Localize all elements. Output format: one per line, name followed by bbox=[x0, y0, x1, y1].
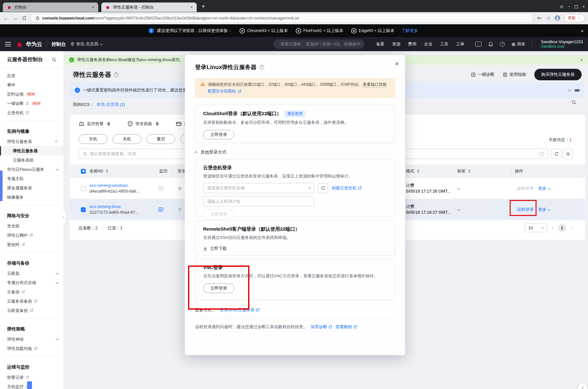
right-panel-collapse-handle[interactable] bbox=[578, 383, 587, 389]
sidebar-item-overview[interactable]: 总览 bbox=[0, 71, 64, 80]
sidebar-item-bastion-host[interactable]: 云堡垒机 bbox=[0, 108, 64, 117]
sidebar-item-server-groups[interactable]: 云服务器组 bbox=[0, 155, 64, 165]
notification-bell-icon[interactable] bbox=[488, 42, 493, 47]
sidebar-collapse-handle[interactable] bbox=[62, 210, 66, 224]
stat-security-risks[interactable]: 安全风险0 bbox=[127, 121, 159, 127]
sort-icon[interactable] bbox=[468, 169, 471, 173]
sidebar-item-server-backup[interactable]: 云服务器备份 bbox=[0, 297, 64, 306]
profile-avatar-icon[interactable] bbox=[554, 15, 561, 21]
nav-item-enterprise[interactable]: 企业 bbox=[424, 41, 432, 47]
back-icon[interactable]: ← bbox=[3, 15, 9, 21]
banner-toggle-icon[interactable] bbox=[575, 89, 580, 91]
modal-help-icon[interactable]: ? bbox=[259, 65, 264, 70]
column-tag[interactable]: 标签 bbox=[457, 164, 471, 178]
sidebar-item-dss[interactable]: 专属分布式存储 bbox=[0, 278, 64, 287]
learn-more-link[interactable]: 了解更多 bbox=[402, 28, 418, 34]
stop-button[interactable]: 关机 bbox=[113, 134, 141, 144]
bookmark-star-icon[interactable]: ☆ bbox=[546, 15, 551, 21]
sidebar-item-cbr[interactable]: 云备份 bbox=[0, 287, 64, 297]
configure-sg-rules-link[interactable]: 配置安全组规则 bbox=[208, 88, 236, 94]
row-checkbox[interactable]: ✓ bbox=[81, 207, 86, 212]
one-click-diagnosis-button[interactable]: 一键诊断 bbox=[471, 72, 494, 77]
more-actions-link[interactable]: 更多 bbox=[538, 186, 550, 191]
sidebar-item-image-service[interactable]: 镜像服务 bbox=[0, 193, 64, 202]
sidebar-item-one-click-diagnosis[interactable]: 一键诊断NEW bbox=[0, 99, 64, 108]
hamburger-menu-icon[interactable] bbox=[5, 42, 11, 46]
region-count-link[interactable]: 华北-北京四 (2) bbox=[97, 102, 125, 107]
failure-info-link[interactable]: 失败信息：1 bbox=[549, 137, 572, 143]
sidebar-item-security-groups[interactable]: 安全组 bbox=[0, 221, 64, 231]
sidebar-item-evs[interactable]: 云硬盘 bbox=[0, 269, 64, 278]
browser-tab-2[interactable]: 弹性云服务器 - 控制台 × bbox=[101, 2, 197, 12]
bastion-refresh-button[interactable] bbox=[318, 183, 328, 193]
sidebar-item-ecs[interactable]: 弹性云服务器 bbox=[0, 146, 64, 155]
console-title[interactable]: 控制台 bbox=[51, 41, 66, 47]
tab-close-icon[interactable]: × bbox=[92, 5, 94, 10]
monitor-chart-icon[interactable] bbox=[158, 186, 163, 191]
search-help-icon[interactable]: ? bbox=[539, 152, 544, 156]
browser-profile-icon[interactable]: ⊙ bbox=[560, 4, 563, 9]
prev-page-icon[interactable]: ‹ bbox=[552, 225, 553, 231]
user-guide-button[interactable]: 使用指南 bbox=[503, 72, 526, 77]
sort-icon[interactable] bbox=[417, 169, 419, 173]
account-menu[interactable]: Sandbox-Voyager1153 Sandbox-user bbox=[541, 39, 583, 49]
sidebar-item-elb[interactable]: 弹性负载均衡 bbox=[0, 344, 64, 353]
tab-close-icon[interactable]: × bbox=[190, 5, 193, 10]
select-all-checkbox[interactable] bbox=[81, 169, 86, 174]
sidebar-item-events[interactable]: 事件 bbox=[0, 80, 64, 90]
new-tab-button[interactable]: + bbox=[201, 3, 205, 10]
sidebar-item-dedicated-host[interactable]: 专属主机 bbox=[0, 174, 64, 183]
port-feature-link[interactable]: 查看端口功能 bbox=[363, 82, 387, 87]
sort-icon[interactable] bbox=[106, 169, 108, 173]
huawei-cloud-logo[interactable]: 华为云 bbox=[15, 40, 42, 48]
security-shield-icon[interactable] bbox=[177, 186, 182, 191]
suggestion-close-icon[interactable]: × bbox=[581, 28, 584, 34]
bastion-login-button[interactable]: 立即登录 bbox=[203, 210, 234, 219]
table-settings-gear-icon[interactable] bbox=[563, 149, 573, 159]
cloudshell-login-button[interactable]: 立即登录 bbox=[203, 130, 234, 139]
column-name-id[interactable]: 名称/ID bbox=[90, 164, 108, 178]
address-bar[interactable]: console.huaweicloud.com/ecm/?agencyId=09… bbox=[31, 14, 533, 23]
browser-tab-1[interactable]: 控制台 × bbox=[3, 2, 98, 12]
global-search-input[interactable]: 搜索云服务、资源(IP / 名称 / ID)、快捷操作... bbox=[273, 39, 365, 49]
security-shield-icon[interactable] bbox=[177, 207, 182, 212]
sidebar-item-flexus[interactable]: 华为云Flexus云服务 bbox=[0, 165, 64, 174]
restart-button[interactable]: 重启 bbox=[146, 134, 175, 144]
page-size-select[interactable]: 10 bbox=[525, 223, 547, 232]
window-close-button[interactable]: × bbox=[582, 4, 585, 9]
help-icon[interactable]: ? bbox=[500, 42, 505, 47]
more-actions-link[interactable]: 更多 bbox=[538, 207, 550, 212]
current-page[interactable]: 1 bbox=[558, 224, 566, 232]
sidebar-item-eip[interactable]: 弹性公网IP bbox=[0, 231, 64, 240]
banner-chevron-down-icon[interactable] bbox=[568, 88, 571, 91]
region-selector[interactable]: 华北-北京四 bbox=[70, 41, 102, 47]
browser-menu-icon[interactable]: ⋮ bbox=[577, 16, 581, 20]
password-key-icon[interactable] bbox=[537, 15, 542, 21]
nav-item-tickets[interactable]: 工单 bbox=[456, 41, 464, 47]
other-login-methods-toggle[interactable]: 其他登录方式 bbox=[195, 149, 395, 155]
sidebar-item-key-pairs[interactable]: 密钥对 bbox=[0, 240, 64, 249]
download-now-link[interactable]: 立即下载 bbox=[203, 246, 387, 251]
toast-close-icon[interactable]: × bbox=[580, 57, 583, 63]
ecs-region-search-icon[interactable] bbox=[571, 100, 576, 105]
row-checkbox[interactable] bbox=[81, 186, 86, 191]
view-tutorial-link[interactable]: 查看教程 bbox=[335, 324, 357, 330]
host-username-input[interactable] bbox=[203, 196, 314, 206]
nav-item-tools[interactable]: 工具 bbox=[440, 41, 448, 47]
server-name-link[interactable]: ecs-simeng-windows bbox=[90, 183, 128, 188]
column-billing-mode[interactable]: 模式 bbox=[406, 164, 419, 178]
left-edge-blue-handle[interactable] bbox=[0, 171, 3, 201]
buy-ecs-button[interactable]: 购买弹性云服务器 bbox=[534, 69, 582, 80]
nav-item-beian[interactable]: 备案 bbox=[376, 41, 384, 47]
bastion-instance-select[interactable]: 请选择云堡垒机实例 bbox=[203, 183, 314, 193]
cloudshell-terminal-icon[interactable]: >_ bbox=[475, 42, 482, 47]
next-page-icon[interactable]: › bbox=[571, 225, 572, 231]
sidebar-item-ecs-group[interactable]: 弹性云服务器 bbox=[0, 137, 64, 146]
monitor-chart-icon[interactable] bbox=[158, 207, 163, 212]
window-minimize-button[interactable]: − bbox=[568, 4, 570, 9]
server-name-link[interactable]: ecs-simeng-linux bbox=[90, 204, 121, 210]
window-maximize-button[interactable] bbox=[575, 5, 578, 8]
sidebar-search-icon[interactable] bbox=[51, 57, 57, 62]
sidebar-item-auto-scaling[interactable]: 弹性伸缩 bbox=[0, 335, 64, 344]
browser-update-button[interactable]: 更新⋮ bbox=[564, 14, 585, 22]
